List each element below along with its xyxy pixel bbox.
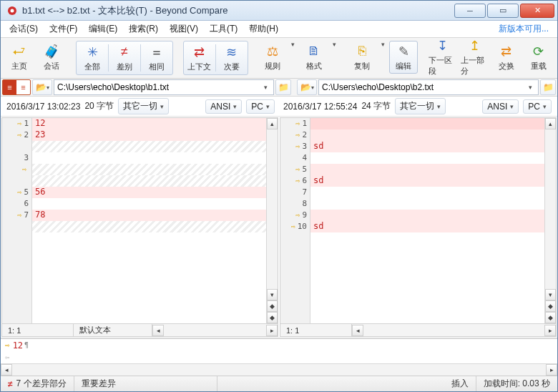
code-line[interactable] xyxy=(310,164,544,175)
home-button[interactable]: ⮐主页 xyxy=(5,41,34,74)
right-vscroll[interactable]: ▴ ▾ ◆◆ xyxy=(544,118,556,323)
right-platform-dropdown[interactable]: PC▾ xyxy=(523,99,552,114)
scroll-down-diamond[interactable]: ◆ xyxy=(545,312,556,323)
show-same-button[interactable]: ＝相同 xyxy=(141,41,172,74)
scroll-up-button[interactable]: ▴ xyxy=(545,118,556,129)
maximize-button[interactable]: ▭ xyxy=(487,4,519,18)
code-line[interactable]: 12 xyxy=(32,118,266,129)
menu-search[interactable]: 搜索(R) xyxy=(123,21,164,36)
scroll-up-diamond[interactable]: ◆ xyxy=(545,300,556,312)
code-line[interactable]: sd xyxy=(310,221,544,232)
minor-button[interactable]: ≋次要 xyxy=(216,41,248,74)
right-browse-button[interactable]: 📁 xyxy=(540,79,556,95)
hscroll-right-button[interactable]: ▸ xyxy=(546,364,557,376)
merge-line-top[interactable]: ⇨ 12 ¶ xyxy=(1,339,557,351)
right-body[interactable]: ⇨1⇨2⇨34⇨5⇨678⇨9⇨10 sdsdsd ▴ ▾ ◆◆ xyxy=(280,118,556,323)
left-hscroll[interactable]: ◂▸ xyxy=(152,325,278,336)
gutter-line: ⇨5 xyxy=(2,187,31,198)
scroll-up-button[interactable]: ▴ xyxy=(267,118,278,129)
left-platform-dropdown[interactable]: PC▾ xyxy=(246,99,275,114)
new-version-link[interactable]: 新版本可用... xyxy=(493,21,554,36)
code-line[interactable] xyxy=(310,198,544,210)
code-line[interactable] xyxy=(32,152,266,164)
left-body[interactable]: ⇨1⇨23⇨⇨56⇨7 12235678 ▴ ▾ ◆◆ xyxy=(2,118,278,323)
copy-dropdown[interactable]: ▾ xyxy=(379,41,386,48)
code-line[interactable]: 23 xyxy=(32,129,266,141)
merge-hscroll[interactable]: ◂▸ xyxy=(1,363,557,376)
menu-session[interactable]: 会话(S) xyxy=(4,21,44,36)
scroll-down-button[interactable]: ▾ xyxy=(267,289,278,300)
menu-view[interactable]: 视图(V) xyxy=(164,21,204,36)
code-line[interactable]: 78 xyxy=(32,210,266,221)
menu-file[interactable]: 文件(F) xyxy=(44,21,83,36)
edit-button[interactable]: ✎编辑 xyxy=(389,41,418,74)
left-mode: 默认文本 xyxy=(74,324,152,336)
reload-button[interactable]: ⟳重载 xyxy=(524,41,553,74)
left-encoding-dropdown[interactable]: ANSI▾ xyxy=(205,99,242,114)
next-section-button[interactable]: ↧下一区段 xyxy=(428,41,457,74)
status-insert: 插入 xyxy=(444,376,476,391)
prev-section-button[interactable]: ↥上一部分 xyxy=(460,41,489,74)
line-number: 8 xyxy=(302,199,307,208)
code-line[interactable]: sd xyxy=(310,175,544,187)
gutter-line: 6 xyxy=(2,198,31,210)
gutter-line: ⇨2 xyxy=(2,129,31,141)
swap-button[interactable]: ⇄交换 xyxy=(491,41,521,74)
left-path-dropdown[interactable]: ▾ xyxy=(260,84,270,91)
gutter-line xyxy=(2,175,31,187)
folder-open-icon: 📁 xyxy=(278,82,289,92)
scroll-down-diamond[interactable]: ◆ xyxy=(267,312,278,323)
folder-open-icon: 📁 xyxy=(543,82,554,92)
code-line[interactable] xyxy=(310,187,544,198)
merge-line-bottom[interactable]: ⇦ xyxy=(1,351,557,363)
overview-toggle[interactable]: ≡≡ xyxy=(2,79,31,95)
diff-arrow-icon: ⇨ xyxy=(295,119,300,127)
show-diff-button[interactable]: ≠差别 xyxy=(109,41,140,74)
code-line[interactable]: sd xyxy=(310,141,544,152)
left-vscroll[interactable]: ▴ ▾ ◆◆ xyxy=(266,118,278,323)
scroll-down-button[interactable]: ▾ xyxy=(545,289,556,300)
left-content[interactable]: 12235678 xyxy=(32,118,266,323)
rules-dropdown[interactable]: ▾ xyxy=(290,41,296,48)
code-line[interactable] xyxy=(32,175,266,187)
menu-tools[interactable]: 工具(T) xyxy=(204,21,243,36)
menu-edit[interactable]: 编辑(E) xyxy=(83,21,123,36)
left-open-folder-button[interactable]: 📂▾ xyxy=(32,79,52,95)
right-info: 2016/3/17 12:55:24 24 字节 其它一切▾ ANSI▾ PC▾ xyxy=(279,98,556,114)
gutter-line: 8 xyxy=(280,198,310,210)
right-path-input[interactable]: C:\Users\echo\Desktop\b2.txt ▾ xyxy=(318,79,539,95)
close-button[interactable]: ✕ xyxy=(520,4,554,18)
folder-icon: 📂 xyxy=(300,82,311,92)
format-dropdown[interactable]: ▾ xyxy=(331,41,338,48)
right-filter-dropdown[interactable]: 其它一切▾ xyxy=(395,98,446,114)
minimize-button[interactable]: ─ xyxy=(454,4,486,18)
scroll-up-diamond[interactable]: ◆ xyxy=(267,300,278,312)
session-button[interactable]: 🧳会话 xyxy=(37,41,67,74)
show-all-button[interactable]: ✳全部 xyxy=(77,41,108,74)
right-content[interactable]: sdsdsd xyxy=(310,118,544,323)
rules-button[interactable]: ⚖规则 xyxy=(258,41,287,74)
right-hscroll[interactable]: ◂▸ xyxy=(352,325,556,336)
context-button[interactable]: ⇄上下文 xyxy=(184,41,215,74)
code-line[interactable] xyxy=(310,210,544,221)
copy-button[interactable]: ⎘复制 xyxy=(348,41,377,74)
right-encoding-dropdown[interactable]: ANSI▾ xyxy=(482,99,519,114)
right-path-dropdown[interactable]: ▾ xyxy=(525,84,535,91)
left-path-input[interactable]: C:\Users\echo\Desktop\b1.txt ▾ xyxy=(54,79,274,95)
code-line[interactable]: 56 xyxy=(32,187,266,198)
hscroll-left-button[interactable]: ◂ xyxy=(1,364,12,376)
code-line[interactable] xyxy=(310,152,544,164)
menu-help[interactable]: 帮助(H) xyxy=(243,21,284,36)
left-filter-dropdown[interactable]: 其它一切▾ xyxy=(118,98,169,114)
gutter-line: ⇨7 xyxy=(2,210,31,221)
copy-icon: ⎘ xyxy=(354,44,370,59)
left-browse-button[interactable]: 📁 xyxy=(275,79,291,95)
code-line[interactable] xyxy=(32,198,266,210)
code-line[interactable] xyxy=(32,141,266,152)
right-open-folder-button[interactable]: 📂▾ xyxy=(297,79,317,95)
code-line[interactable] xyxy=(310,129,544,141)
code-line[interactable] xyxy=(310,118,544,129)
format-button[interactable]: 🗎格式 xyxy=(299,41,328,74)
code-line[interactable] xyxy=(32,164,266,175)
code-line[interactable] xyxy=(32,221,266,232)
